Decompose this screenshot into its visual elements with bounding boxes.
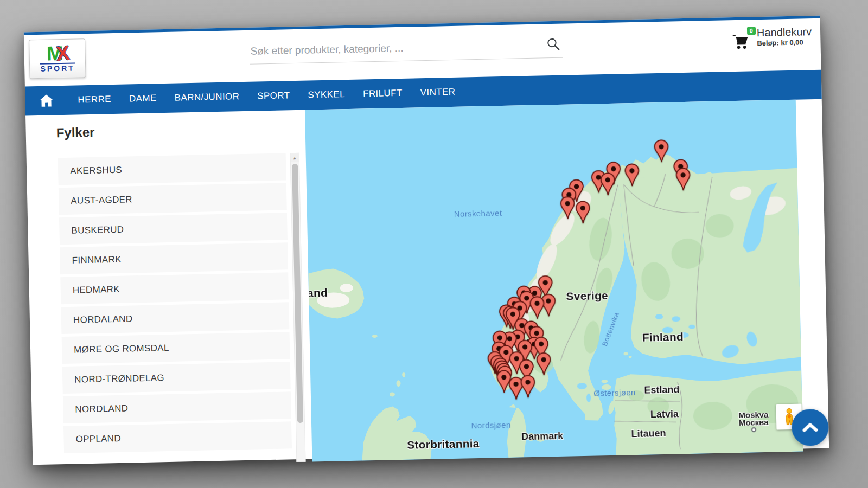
chevron-up-icon — [801, 421, 819, 434]
sidebar-title: Fylker — [56, 125, 94, 140]
map-pin[interactable] — [559, 196, 576, 220]
county-item-hedmark[interactable]: HEDMARK — [60, 272, 289, 304]
search-bar — [249, 33, 563, 65]
nav-item-vinter[interactable]: VINTER — [420, 87, 455, 98]
county-item-nord-tr-ndelag[interactable]: NORD-TRØNDELAG — [62, 362, 291, 394]
nav-item-sport[interactable]: SPORT — [257, 90, 290, 101]
county-item-m-re-og-romsdal[interactable]: MØRE OG ROMSDAL — [62, 332, 290, 364]
brand-logo[interactable]: MX SPORT — [29, 38, 86, 79]
map-pin[interactable] — [575, 200, 591, 224]
county-item-nordland[interactable]: NORDLAND — [63, 391, 291, 423]
county-item-hordaland[interactable]: HORDALAND — [61, 302, 289, 334]
nav-item-friluft[interactable]: FRILUFT — [363, 88, 403, 100]
nav-item-barn-junior[interactable]: BARN/JUNIOR — [174, 91, 239, 104]
nav-item-dame[interactable]: DAME — [129, 93, 157, 104]
cart-amount: Beløp: kr 0,00 — [757, 38, 812, 47]
nav-item-sykkel[interactable]: SYKKEL — [308, 89, 345, 100]
map-pin[interactable] — [535, 352, 552, 376]
county-list: AKERSHUSAUST-AGDERBUSKERUDFINNMARKHEDMAR… — [58, 153, 292, 456]
map-pin[interactable] — [624, 163, 640, 187]
map-pin[interactable] — [599, 172, 616, 196]
search-input[interactable] — [249, 38, 541, 57]
nav-items: HERREDAMEBARN/JUNIORSPORTSYKKELFRILUFTVI… — [78, 87, 455, 106]
search-icon[interactable] — [546, 36, 561, 52]
county-item-buskerud[interactable]: BUSKERUD — [59, 213, 288, 245]
cart-badge: 0 — [747, 27, 756, 35]
browser-page: MX SPORT 0 Handlekurv Beløp: kr 0,00 — [24, 16, 829, 465]
brand-logo-mx: MX — [47, 45, 68, 63]
county-item-finnmark[interactable]: FINNMARK — [60, 242, 288, 274]
scroll-thumb[interactable] — [292, 164, 303, 423]
map-pins — [305, 100, 803, 462]
scroll-top-button[interactable] — [792, 409, 829, 446]
cart-icon-wrap: 0 — [731, 33, 751, 52]
map-pin[interactable] — [529, 296, 545, 320]
nav-item-herre[interactable]: HERRE — [78, 94, 111, 105]
map-pin[interactable] — [653, 139, 669, 163]
scroll-up-icon[interactable]: ▲ — [291, 153, 299, 162]
map-pin[interactable] — [675, 167, 691, 191]
scrollbar[interactable]: ▲ — [290, 153, 306, 462]
cart-label: Handlekurv — [757, 25, 812, 39]
county-item-oppland[interactable]: OPPLAND — [63, 421, 292, 453]
county-item-akershus[interactable]: AKERSHUS — [58, 153, 286, 185]
map-pin[interactable] — [520, 374, 536, 399]
cart-text: Handlekurv Beløp: kr 0,00 — [757, 25, 812, 47]
home-icon[interactable] — [38, 92, 55, 109]
logo-x-letter: X — [55, 44, 68, 63]
county-item-aust-agder[interactable]: AUST-AGDER — [59, 183, 287, 215]
cart-icon — [731, 33, 751, 50]
store-map[interactable]: NorskehavetNordsjøenØstersjøenBottenvika… — [305, 100, 803, 462]
cart-button[interactable]: 0 Handlekurv Beløp: kr 0,00 — [731, 25, 812, 52]
